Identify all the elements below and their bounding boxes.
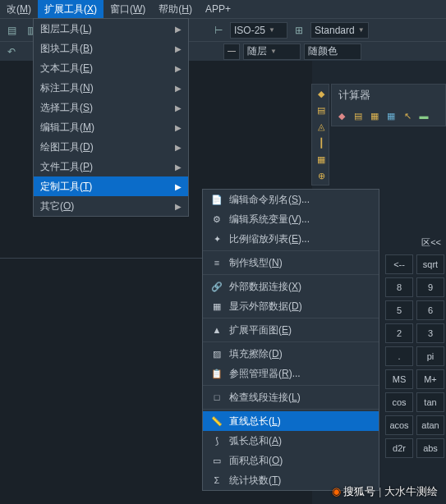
std-value: Standard xyxy=(315,25,355,36)
menu-item-图层工具[interactable]: 图层工具(L)▶ xyxy=(34,19,188,39)
tb-icon-1[interactable]: ▤ xyxy=(3,22,20,39)
watermark-author: 大水牛测绘 xyxy=(384,485,438,497)
chevron-down-icon: ▼ xyxy=(270,48,277,55)
calc-btn-atan[interactable]: atan xyxy=(416,415,444,435)
extend-tools-menu: 图层工具(L)▶图块工具(B)▶文本工具(E)▶标注工具(N)▶选择工具(S)▶… xyxy=(33,18,189,217)
submenu-item-编辑命令别名[interactable]: 📄编辑命令别名(S)... xyxy=(203,190,379,209)
menubar: 改(M)扩展工具(X)窗口(W)帮助(H)APP+ xyxy=(0,0,446,18)
menu-item-绘图工具[interactable]: 绘图工具(D)▶ xyxy=(34,137,188,157)
iso-value: ISO-25 xyxy=(234,25,265,36)
menu-icon: ≡ xyxy=(209,256,224,269)
panel-icon-5[interactable]: ▬ xyxy=(417,109,430,122)
menu-item-图块工具[interactable]: 图块工具(B)▶ xyxy=(34,39,188,58)
panel-icon-row: ◆▤▦▦↖▬ xyxy=(332,106,445,126)
dim-icon[interactable]: ⊢ xyxy=(210,22,227,39)
menu-icon: ✦ xyxy=(209,232,224,245)
calc-btn-M+[interactable]: M+ xyxy=(416,369,444,389)
panel-icon-4[interactable]: ↖ xyxy=(401,109,414,122)
calc-btn-tan[interactable]: tan xyxy=(416,392,444,412)
menu-item-文本工具[interactable]: 文本工具(E)▶ xyxy=(34,58,188,78)
calc-btn-.[interactable]: . xyxy=(385,346,413,366)
watermark: ◉ 搜狐号 | 大水牛测绘 xyxy=(332,484,438,499)
calc-btn-2[interactable]: 2 xyxy=(385,323,413,343)
submenu-item-扩展平面图[interactable]: ▲扩展平面图(E) xyxy=(203,320,379,340)
calc-btn-pi[interactable]: pi xyxy=(416,346,444,366)
menu-icon: ▭ xyxy=(209,454,224,467)
menu-item-定制工具[interactable]: 定制工具(T)▶ xyxy=(34,176,188,196)
chevron-down-icon: ▼ xyxy=(358,26,365,34)
menu-item-文件工具[interactable]: 文件工具(P)▶ xyxy=(34,157,188,176)
submenu-item-比例缩放列表[interactable]: ✦比例缩放列表(E)... xyxy=(203,229,379,249)
menu-帮助[interactable]: 帮助(H) xyxy=(152,0,199,19)
menu-icon: ▲ xyxy=(209,323,224,337)
calc-btn-MS[interactable]: MS xyxy=(385,369,413,389)
menu-窗口[interactable]: 窗口(W) xyxy=(103,0,152,19)
menu-icon: ▦ xyxy=(209,300,224,313)
calc-btn-abs[interactable]: abs xyxy=(416,438,444,458)
calc-sqrt-btn[interactable]: sqrt xyxy=(416,254,444,274)
panel-icon-0[interactable]: ◆ xyxy=(335,109,348,122)
std-combo[interactable]: Standard ▼ xyxy=(310,22,369,39)
vtool-btn-3[interactable]: ┃ xyxy=(314,135,329,150)
watermark-brand: 搜狐号 xyxy=(343,485,375,497)
calculator-grid: <-- sqrt 895623.piMSM+costanacosatand2ra… xyxy=(382,251,446,461)
calc-btn-5[interactable]: 5 xyxy=(385,300,413,320)
menu-改[interactable]: 改(M) xyxy=(0,0,38,19)
calc-btn-3[interactable]: 3 xyxy=(416,323,444,343)
calc-back-btn[interactable]: <-- xyxy=(385,254,413,274)
menu-item-标注工具[interactable]: 标注工具(N)▶ xyxy=(34,78,188,98)
submenu-item-检查线段连接[interactable]: □检查线段连接(L) xyxy=(203,387,379,407)
menu-icon: 📋 xyxy=(209,367,224,380)
calc-btn-d2r[interactable]: d2r xyxy=(385,438,413,458)
std-icon[interactable]: ⊞ xyxy=(291,22,307,39)
menu-icon: 📄 xyxy=(209,193,224,206)
menu-item-其它[interactable]: 其它(O)▶ xyxy=(34,196,188,216)
vtool-btn-4[interactable]: ▦ xyxy=(314,152,329,167)
layer-combo[interactable]: 随层 ▼ xyxy=(243,44,301,60)
submenu-item-制作线型[interactable]: ≡制作线型(N) xyxy=(203,253,379,273)
vertical-toolbar: ◆▤◬┃▦⊕ xyxy=(311,84,329,186)
panel-icon-3[interactable]: ▦ xyxy=(384,109,398,122)
submenu-item-编辑系统变量[interactable]: ⚙编辑系统变量(V)... xyxy=(203,209,379,229)
undo-icon[interactable]: ↶ xyxy=(3,44,20,60)
submenu-item-直线总长[interactable]: 📏直线总长(L) xyxy=(203,411,379,431)
menu-扩展工具[interactable]: 扩展工具(X) xyxy=(38,0,103,19)
submenu-item-外部数据连接[interactable]: 🔗外部数据连接(X) xyxy=(203,277,379,296)
calc-btn-8[interactable]: 8 xyxy=(385,277,413,297)
menu-icon: Σ xyxy=(209,474,224,487)
calc-section-label: 区<< xyxy=(416,235,446,250)
calc-btn-acos[interactable]: acos xyxy=(385,415,413,435)
menu-icon: □ xyxy=(209,391,224,404)
calc-btn-6[interactable]: 6 xyxy=(416,300,444,320)
calc-btn-9[interactable]: 9 xyxy=(416,277,444,297)
panel-icon-1[interactable]: ▤ xyxy=(352,109,365,122)
color-value: 随颜色 xyxy=(308,44,338,58)
menu-icon: 📏 xyxy=(209,415,224,428)
menu-item-选择工具[interactable]: 选择工具(S)▶ xyxy=(34,98,188,117)
submenu-item-参照管理器[interactable]: 📋参照管理器(R)... xyxy=(203,364,379,383)
layer-value: 随层 xyxy=(247,44,267,58)
color-combo[interactable]: 随颜色 xyxy=(304,44,361,60)
panel-title: 计算器 xyxy=(332,85,445,106)
vtool-btn-2[interactable]: ◬ xyxy=(314,119,329,134)
vtool-btn-0[interactable]: ◆ xyxy=(314,86,329,101)
menu-item-编辑工具[interactable]: 编辑工具(M)▶ xyxy=(34,117,188,137)
menu-icon: ⚙ xyxy=(209,213,224,226)
calculator-panel: 计算器 ◆▤▦▦↖▬ xyxy=(331,84,446,126)
submenu-item-显示外部数据[interactable]: ▦显示外部数据(D) xyxy=(203,296,379,316)
custom-tools-submenu: 📄编辑命令别名(S)...⚙编辑系统变量(V)...✦比例缩放列表(E)...≡… xyxy=(202,189,379,491)
vtool-btn-5[interactable]: ⊕ xyxy=(314,168,329,183)
vtool-btn-1[interactable]: ▤ xyxy=(314,103,329,117)
iso-combo[interactable]: ISO-25 ▼ xyxy=(230,22,287,39)
panel-icon-2[interactable]: ▦ xyxy=(368,109,381,122)
submenu-item-弧长总和[interactable]: ⟆弧长总和(A) xyxy=(203,431,379,451)
submenu-item-面积总和[interactable]: ▭面积总和(O) xyxy=(203,451,379,470)
chevron-down-icon: ▼ xyxy=(269,26,275,34)
menu-icon: ▨ xyxy=(209,347,224,360)
submenu-item-填充擦除[interactable]: ▨填充擦除(D) xyxy=(203,344,379,364)
menu-icon: 🔗 xyxy=(209,280,224,293)
menu-icon: ⟆ xyxy=(209,434,224,447)
line-combo[interactable] xyxy=(223,44,240,60)
menu-APP+[interactable]: APP+ xyxy=(199,1,237,17)
calc-btn-cos[interactable]: cos xyxy=(385,392,413,412)
